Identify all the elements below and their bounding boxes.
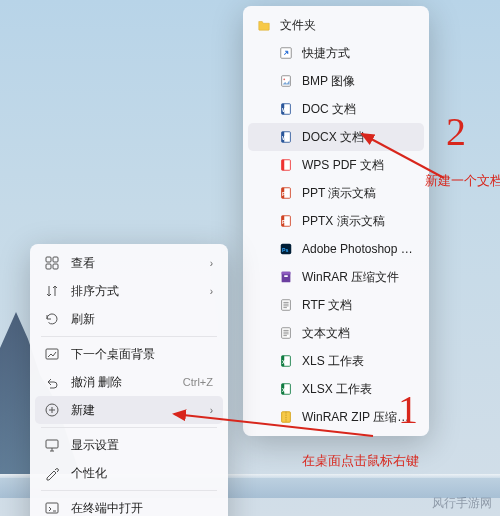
svg-rect-23 bbox=[282, 328, 291, 339]
annotation-text-2: 新建一个文档 bbox=[425, 172, 500, 190]
new-item-label: WinRAR 压缩文件 bbox=[302, 269, 414, 286]
new-item-ps[interactable]: PsAdobe Photoshop Image 25 bbox=[248, 235, 424, 263]
svg-text:W: W bbox=[282, 107, 287, 113]
svg-rect-34 bbox=[53, 264, 58, 269]
refresh-icon bbox=[43, 310, 61, 328]
nextbg-icon bbox=[43, 345, 61, 363]
new-item-xls[interactable]: XXLS 工作表 bbox=[248, 347, 424, 375]
svg-rect-4 bbox=[282, 104, 285, 115]
new-item-label: 文本文档 bbox=[302, 325, 414, 342]
svg-text:Ps: Ps bbox=[282, 247, 289, 253]
annotation-number-1: 1 bbox=[398, 386, 418, 433]
svg-rect-9 bbox=[282, 160, 291, 171]
menu-display-label: 显示设置 bbox=[71, 437, 213, 454]
new-item-label: 快捷方式 bbox=[302, 45, 414, 62]
svg-rect-25 bbox=[282, 356, 285, 367]
svg-point-36 bbox=[46, 404, 58, 416]
svg-rect-24 bbox=[282, 356, 291, 367]
rtf-icon bbox=[278, 296, 294, 314]
pptx-icon: P bbox=[278, 212, 294, 230]
personalize-icon bbox=[43, 464, 61, 482]
svg-rect-38 bbox=[46, 503, 58, 513]
new-item-label: WPS PDF 文档 bbox=[302, 157, 414, 174]
menu-new-label: 新建 bbox=[71, 402, 204, 419]
new-item-rtf[interactable]: RTF 文档 bbox=[248, 291, 424, 319]
menu-personalize[interactable]: 个性化 bbox=[35, 459, 223, 487]
new-item-bmp[interactable]: BMP 图像 bbox=[248, 67, 424, 95]
sort-icon bbox=[43, 282, 61, 300]
new-item-label: PPTX 演示文稿 bbox=[302, 213, 414, 230]
menu-new[interactable]: 新建 › bbox=[35, 396, 223, 424]
svg-point-2 bbox=[283, 78, 285, 80]
svg-rect-1 bbox=[282, 76, 291, 87]
new-item-txt[interactable]: 文本文档 bbox=[248, 319, 424, 347]
new-item-doc[interactable]: WDOC 文档 bbox=[248, 95, 424, 123]
menu-display-settings[interactable]: 显示设置 bbox=[35, 431, 223, 459]
menu-open-terminal[interactable]: 在终端中打开 bbox=[35, 494, 223, 516]
new-item-label: DOCX 文档 bbox=[302, 129, 414, 146]
menu-separator bbox=[41, 490, 217, 491]
svg-rect-7 bbox=[282, 132, 285, 143]
wps-icon bbox=[278, 156, 294, 174]
svg-text:X: X bbox=[282, 387, 286, 393]
menu-undo-label: 撤消 删除 bbox=[71, 374, 173, 391]
new-item-wps[interactable]: WPS PDF 文档 bbox=[248, 151, 424, 179]
svg-rect-0 bbox=[281, 48, 292, 59]
svg-text:X: X bbox=[282, 359, 286, 365]
view-icon bbox=[43, 254, 61, 272]
svg-rect-11 bbox=[282, 188, 291, 199]
new-item-label: DOC 文档 bbox=[302, 101, 414, 118]
menu-undo-delete[interactable]: 撤消 删除 Ctrl+Z bbox=[35, 368, 223, 396]
terminal-icon bbox=[43, 499, 61, 516]
svg-rect-30 bbox=[282, 412, 291, 423]
svg-rect-3 bbox=[282, 104, 291, 115]
svg-rect-31 bbox=[46, 257, 51, 262]
menu-next-background[interactable]: 下一个桌面背景 bbox=[35, 340, 223, 368]
svg-rect-22 bbox=[282, 300, 291, 311]
new-item-label: PPT 演示文稿 bbox=[302, 185, 414, 202]
menu-nextbg-label: 下一个桌面背景 bbox=[71, 346, 213, 363]
undo-shortcut: Ctrl+Z bbox=[183, 376, 213, 388]
new-item-rar[interactable]: WinRAR 压缩文件 bbox=[248, 263, 424, 291]
shortcut-icon bbox=[278, 44, 294, 62]
menu-refresh-label: 刷新 bbox=[71, 311, 213, 328]
svg-text:P: P bbox=[282, 191, 286, 197]
new-icon bbox=[43, 401, 61, 419]
menu-personalize-label: 个性化 bbox=[71, 465, 213, 482]
display-icon bbox=[43, 436, 61, 454]
new-item-shortcut[interactable]: 快捷方式 bbox=[248, 39, 424, 67]
bmp-icon bbox=[278, 72, 294, 90]
ps-icon: Ps bbox=[278, 240, 294, 258]
svg-text:P: P bbox=[282, 219, 286, 225]
svg-rect-15 bbox=[282, 216, 285, 227]
new-item-label: 文件夹 bbox=[280, 17, 414, 34]
xls-icon: X bbox=[278, 352, 294, 370]
svg-rect-35 bbox=[46, 349, 58, 359]
new-item-ppt[interactable]: PPPT 演示文稿 bbox=[248, 179, 424, 207]
xlsx-icon: X bbox=[278, 380, 294, 398]
new-item-folder[interactable]: 文件夹 bbox=[248, 11, 424, 39]
desktop-context-menu: 查看 › 排序方式 › 刷新 下一个桌面背景 撤消 删除 Ctrl+Z 新建 › bbox=[30, 244, 228, 516]
menu-view-label: 查看 bbox=[71, 255, 204, 272]
new-item-docx[interactable]: WDOCX 文档 bbox=[248, 123, 424, 151]
svg-rect-14 bbox=[282, 216, 291, 227]
menu-refresh[interactable]: 刷新 bbox=[35, 305, 223, 333]
svg-text:W: W bbox=[282, 135, 287, 141]
svg-rect-10 bbox=[282, 160, 285, 171]
new-item-pptx[interactable]: PPPTX 演示文稿 bbox=[248, 207, 424, 235]
chevron-right-icon: › bbox=[210, 258, 213, 269]
svg-rect-6 bbox=[282, 132, 291, 143]
svg-rect-19 bbox=[282, 272, 291, 283]
doc-icon: W bbox=[278, 100, 294, 118]
menu-sort[interactable]: 排序方式 › bbox=[35, 277, 223, 305]
txt-icon bbox=[278, 324, 294, 342]
svg-rect-17 bbox=[281, 244, 292, 255]
watermark: 风行手游网 bbox=[432, 495, 492, 512]
menu-terminal-label: 在终端中打开 bbox=[71, 500, 213, 517]
svg-rect-32 bbox=[53, 257, 58, 262]
new-item-label: BMP 图像 bbox=[302, 73, 414, 90]
svg-rect-12 bbox=[282, 188, 285, 199]
svg-rect-21 bbox=[284, 275, 288, 277]
menu-view[interactable]: 查看 › bbox=[35, 249, 223, 277]
zip-icon bbox=[278, 408, 294, 426]
